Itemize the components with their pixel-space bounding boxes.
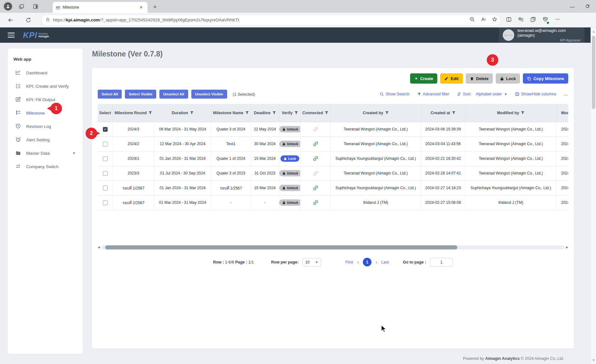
table-cell	[98, 137, 113, 151]
sidebar-item-company-switch[interactable]: Company Switch	[13, 160, 77, 173]
verify-unlock-pill[interactable]: Unlock	[279, 126, 300, 132]
hscroll-thumb[interactable]	[105, 245, 457, 249]
connected-link-icon	[312, 185, 319, 191]
url-bar[interactable]: https://kpi.aimagin.com/?_appId=app_1702…	[41, 15, 501, 26]
table-cell: 06 Mar 2024 - 31 May 2024	[154, 122, 211, 137]
rows-per-page-select[interactable]: 10▼	[302, 258, 321, 266]
site-lock-icon[interactable]	[46, 17, 50, 23]
table-cell: Quater 3 of 2024	[211, 122, 251, 137]
browser-essentials-icon[interactable]	[542, 16, 548, 24]
row-checkbox[interactable]	[103, 156, 108, 161]
back-icon[interactable]	[6, 15, 15, 25]
show-search-control[interactable]: Show Search	[380, 92, 409, 96]
prev-page-icon[interactable]: ‹	[357, 260, 359, 265]
verify-unlock-pill[interactable]: Unlock	[279, 141, 300, 147]
vscroll-thumb[interactable]	[592, 36, 595, 109]
new-tab-button[interactable]: +	[151, 3, 159, 11]
user-account-chip[interactable]: 32 x 32 teeranad.w@aimagin.com (aimagin)…	[499, 27, 585, 43]
unselect-all-button[interactable]: Unselect All	[159, 90, 188, 99]
show-hide-columns-control[interactable]: Show/Hide columns	[515, 92, 556, 96]
app-logo[interactable]: KPI Analytics Aimagin	[23, 31, 49, 40]
lock-icon	[284, 157, 287, 160]
first-page-link[interactable]: First	[345, 260, 353, 264]
lock-icon	[282, 172, 286, 175]
filter-icon	[245, 111, 249, 115]
select-visible-button[interactable]: Select Visible	[125, 90, 156, 99]
column-header-milestone-round[interactable]: Milestone Round	[113, 104, 154, 122]
verify-unlock-pill[interactable]: Unlock	[279, 199, 300, 206]
create-button[interactable]: Create	[410, 73, 437, 84]
sidebar-item-alert-setting[interactable]: Alert Setting	[13, 133, 77, 146]
column-header-connected[interactable]: Connected	[301, 104, 330, 122]
column-header-deadline[interactable]: Deadline	[251, 104, 279, 122]
current-page-button[interactable]: 1	[363, 258, 371, 266]
scroll-left-icon[interactable]: ◀	[98, 246, 100, 249]
table-row: รอบที่ 2/256701 Mar 2024 - 31 May 2024--…	[98, 195, 568, 210]
lock-button[interactable]: Lock	[496, 73, 520, 84]
folder-icon	[15, 150, 22, 156]
edit-button[interactable]: Edit	[440, 73, 463, 84]
sidebar-item-kpi-fill-output[interactable]: KPI: Fill Output	[13, 93, 77, 106]
browser-tab-milestone[interactable]: KPI Milestone ✕	[53, 2, 148, 13]
browser-tabstrip: KPI Milestone ✕ + —	[0, 0, 596, 13]
row-checkbox[interactable]	[103, 186, 108, 190]
favorites-list-icon[interactable]	[518, 17, 524, 24]
tab-close-icon[interactable]: ✕	[138, 4, 144, 10]
read-aloud-icon[interactable]	[481, 17, 486, 23]
row-checkbox[interactable]	[103, 142, 108, 146]
favorite-star-icon[interactable]	[492, 17, 497, 23]
tab-actions-icon[interactable]	[31, 2, 40, 11]
browser-profile-icon[interactable]	[4, 2, 12, 11]
column-header-created-by[interactable]: Created by	[330, 104, 421, 122]
hscroll-track[interactable]	[101, 245, 565, 249]
window-restore-button[interactable]	[585, 4, 590, 9]
verify-lock-pill[interactable]: Lock	[280, 155, 299, 162]
workspaces-icon[interactable]	[17, 2, 26, 11]
last-page-link[interactable]: Last	[381, 260, 389, 264]
column-header-modified-by[interactable]: Modified by	[465, 104, 556, 122]
column-header-verify[interactable]: Verify	[279, 104, 301, 122]
window-minimize-button[interactable]: —	[570, 4, 575, 9]
copy-milestone-button[interactable]: Copy Milestone	[523, 73, 568, 84]
verify-unlock-pill[interactable]: Unlock	[279, 185, 300, 191]
table-cell: Teeranad Wongsri (Aimagin Co., Ltd.)	[465, 151, 556, 166]
column-header-created-at[interactable]: Created at	[421, 104, 465, 122]
row-checkbox[interactable]	[103, 171, 108, 176]
table-cell: 2024-02	[556, 166, 568, 181]
switch-icon	[15, 163, 22, 170]
column-header-modified-at[interactable]: Modified at	[556, 104, 568, 122]
refresh-icon[interactable]	[24, 15, 33, 25]
table-cell: 15 Mar 2024	[251, 181, 279, 195]
select-all-button[interactable]: Select All	[98, 90, 122, 99]
row-checkbox[interactable]	[103, 200, 108, 205]
delete-button[interactable]: Delete	[466, 73, 493, 84]
sidebar-item-revision-log[interactable]: Revision Log	[13, 120, 77, 133]
sidebar-item-kpi-create-and-verify[interactable]: KPI: Create and Verify	[13, 79, 77, 93]
row-checkbox[interactable]	[103, 127, 108, 132]
scroll-right-icon[interactable]: ▶	[566, 246, 568, 249]
column-header-milestone-name[interactable]: Milestone Name	[211, 104, 251, 122]
horizontal-scrollbar[interactable]: ◀ ▶	[98, 245, 568, 249]
collections-icon[interactable]	[530, 17, 536, 24]
next-page-icon[interactable]: ›	[376, 260, 377, 265]
chevron-down-icon[interactable]: ▼	[72, 151, 76, 155]
advanced-filter-control[interactable]: Advanced filter	[417, 92, 449, 96]
unselect-visible-button[interactable]: Unselect Visible	[191, 90, 227, 99]
more-options-icon[interactable]: ...	[564, 92, 568, 96]
more-menu-icon[interactable]	[555, 17, 560, 23]
sidebar-item-master-data[interactable]: Master Data▼	[13, 146, 77, 160]
url-text[interactable]: https://kpi.aimagin.com/?_appId=app_1702…	[53, 18, 470, 22]
scroll-down-icon[interactable]: ▼	[591, 357, 596, 363]
vertical-scrollbar[interactable]: ▲ ▼	[591, 27, 596, 364]
sidebar-item-dashboard[interactable]: Dashboard	[13, 66, 77, 79]
table-cell: Teeranad Wongsri (Aimagin Co., Ltd.)	[465, 166, 556, 181]
sort-control[interactable]: Sort: Alphabet order ▼	[457, 92, 507, 96]
column-header-duration[interactable]: Duration	[154, 104, 211, 122]
zoom-out-icon[interactable]	[470, 17, 475, 23]
split-screen-icon[interactable]	[506, 17, 512, 24]
sidebar-item-milestone[interactable]: Milestone	[13, 106, 77, 120]
hamburger-menu-icon[interactable]	[8, 33, 15, 38]
goto-page-input[interactable]: 1	[430, 258, 453, 267]
scroll-up-icon[interactable]: ▲	[591, 29, 596, 34]
verify-unlock-pill[interactable]: Unlock	[279, 170, 300, 176]
